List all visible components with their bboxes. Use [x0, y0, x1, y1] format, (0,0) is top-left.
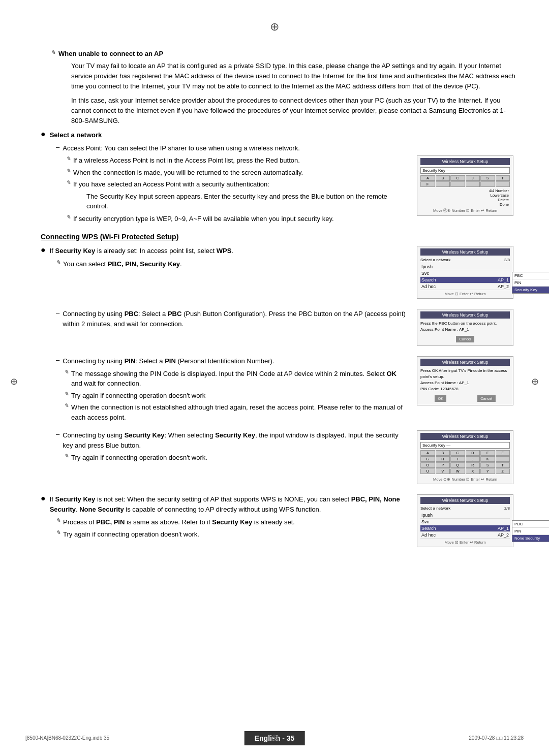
nosec-dropdown: PBC PIN None Security: [512, 520, 549, 542]
ui-box-2-title: Wireless Network Setup: [420, 248, 510, 256]
network6-ipush: Ipush: [420, 512, 510, 519]
pin-note-1: ✎ The message showing the PIN Code is di…: [64, 369, 407, 389]
nosec-text-col: ● If Security Key is not set: When the s…: [30, 494, 407, 541]
key5-A: A: [420, 450, 435, 456]
pin-box-pin: PIN Code: 12345678: [420, 386, 510, 392]
ui-box-4: Wireless Network Setup Press OK After in…: [417, 356, 513, 405]
key5-H: H: [436, 456, 450, 462]
right-compass-icon: ⊕: [531, 376, 539, 387]
key5-B: B: [436, 450, 450, 456]
pin-box-line2: Access Point Name : AP_1: [420, 380, 510, 386]
security-key-text-col: ✎ If a wireless Access Point is not in t…: [56, 155, 407, 226]
sub-sub-3: ✎ If you have selected an Access Point w…: [66, 179, 407, 190]
network-svc: Svc: [420, 270, 510, 277]
key-T: T: [496, 175, 510, 181]
note-sym-11: ✎: [56, 517, 60, 524]
network6-adhoc: Ad hocAP_2: [420, 532, 510, 539]
seckey-text: Connecting by using Security Key: When s…: [63, 430, 407, 450]
ap-note-block: ✎ When unable to connect to an AP Your T…: [51, 49, 518, 126]
dash-pbc: –: [56, 309, 59, 317]
bullet-dot-3: ●: [41, 494, 46, 503]
key-S: S: [480, 175, 495, 181]
key5-T2: T: [496, 462, 510, 468]
pin-sub-item: – Connecting by using PIN: Select a PIN …: [56, 356, 407, 366]
footer-file: [8500-NA]BN68-02322C-Eng.indb 35: [25, 735, 109, 741]
key-blank3: [466, 181, 480, 187]
key5-K: K: [480, 456, 495, 462]
pin-text: Connecting by using PIN: Select a PIN (P…: [63, 356, 274, 366]
network-list-2: Ipush Svc SearchAP_1 Ad hocAP_2 PBC PIN …: [420, 264, 510, 290]
ui-box-1-title: Wireless Network Setup: [420, 158, 510, 165]
nosec-notes: ✎ Process of PBC, PIN is same as above. …: [56, 517, 407, 539]
ui-box-3: Wireless Network Setup Press the PBC but…: [417, 309, 513, 346]
ui-box-3-title: Wireless Network Setup: [420, 311, 510, 319]
sub-sub-2: ✎ When the connection is made, you will …: [66, 168, 407, 178]
key5-blank: [496, 456, 510, 462]
pin-note-3: ✎ When the connection is not established…: [64, 402, 407, 422]
bullet-dot-2: ●: [41, 245, 46, 255]
pbc-text-col: – Connecting by using PBC: Select a PBC …: [30, 309, 407, 332]
pin-note-1-text: The message showing the PIN Code is disp…: [71, 369, 407, 389]
ap-para-2: In this case, ask your Internet service …: [71, 96, 518, 126]
ui-box-1-col: Wireless Network Setup Security Key — A …: [417, 155, 518, 221]
pbc-sub-item: – Connecting by using PBC: Select a PBC …: [56, 309, 407, 329]
key5-O: O: [420, 462, 435, 468]
key5-R: R: [466, 462, 480, 468]
key5-Y: Y: [480, 468, 495, 474]
ui-box-3-content: Press the PBC button on the access point…: [420, 321, 510, 333]
key5-J: J: [466, 456, 480, 462]
pin-box-line1: Press OK After input TV's Pincode in the…: [420, 368, 510, 380]
pin-cancel-btn: Cancel: [477, 395, 495, 402]
seckey-note-1: ✎ Try again if connecting operation does…: [64, 453, 407, 463]
sub-sub-1-text: If a wireless Access Point is not in the…: [73, 155, 300, 166]
ui-box-6-header-count: 2/8: [504, 506, 510, 511]
ui-box-1: Wireless Network Setup Security Key — A …: [417, 155, 513, 216]
pbc-section: – Connecting by using PBC: Select a PBC …: [30, 309, 518, 351]
bottom-compass-symbol: ⊕: [271, 733, 279, 743]
note-sym-10: ✎: [64, 453, 69, 459]
nosec-note-1: ✎ Process of PBC, PIN is same as above. …: [56, 517, 407, 527]
pbc-box-line2: Access Point Name : AP_1: [420, 327, 510, 333]
nosec-note-2-text: Try again if connecting operation doesn'…: [63, 529, 199, 540]
key5-X: X: [466, 468, 480, 474]
wps-note-1: ✎ You can select PBC, PIN, Security Key.: [56, 259, 407, 269]
dropdown-pbc: PBC: [512, 272, 549, 279]
ui-box-6-header: Select a network 2/8: [420, 506, 510, 511]
ui-box-3-col: Wireless Network Setup Press the PBC but…: [417, 309, 518, 351]
ui-box-2-nav: Move ⊡ Enter ↩ Return: [420, 290, 510, 296]
opt-delete: Delete: [420, 198, 509, 202]
key5-V: V: [436, 468, 450, 474]
wps-seckey-text-col: ● If Security Key is already set: In acc…: [30, 246, 407, 272]
wps-bullet-1-text: If Security Key is already set: In acces…: [50, 246, 233, 256]
dropdown-seckey: Security Key: [512, 287, 549, 293]
note-sym-3: ✎: [66, 168, 71, 174]
key-F: F: [420, 181, 435, 187]
ui-box-1-field: Security Key —: [420, 167, 510, 174]
nosec-note-1-text: Process of PBC, PIN is same as above. Re…: [63, 517, 295, 527]
ui-box-2-header: Select a network 3/8: [420, 258, 510, 262]
key5-F: F: [496, 450, 510, 456]
network6-ap1: SearchAP_1: [420, 525, 510, 532]
right-compass-symbol: ⊕: [531, 376, 539, 387]
sub-sub-4-text: If security encryption type is WEP, 0~9,…: [73, 214, 334, 224]
wps-section-heading: Connecting WPS (Wi-Fi Protected Setup): [41, 233, 518, 241]
page-container: ⊕ ✎ When unable to connect to an AP Your…: [0, 0, 549, 756]
pin-ok-btn: OK: [435, 395, 446, 402]
note-sym-2: ✎: [66, 155, 71, 162]
security-key-section: ✎ If a wireless Access Point is not in t…: [56, 155, 518, 226]
ui-box-6: Wireless Network Setup Select a network …: [417, 494, 513, 547]
security-key-detail: The Security Key input screen appears. E…: [86, 192, 407, 211]
ap-note-heading: When unable to connect to an AP: [58, 49, 163, 59]
ui-box-2: Wireless Network Setup Select a network …: [417, 246, 513, 299]
pin-text-col: – Connecting by using PIN: Select a PIN …: [30, 356, 407, 425]
network-adhoc: Ad hocAP_2: [420, 284, 510, 290]
ui-box-5-title: Wireless Network Setup: [420, 433, 510, 440]
seckey-section: – Connecting by using Security Key: When…: [30, 430, 518, 489]
pin-section: – Connecting by using PIN: Select a PIN …: [30, 356, 518, 425]
key5-W: W: [450, 468, 465, 474]
key-blank1: [436, 181, 450, 187]
wps-dropdown: PBC PIN Security Key: [512, 272, 549, 294]
key5-C: C: [450, 450, 465, 456]
seckey-text-col: – Connecting by using Security Key: When…: [30, 430, 407, 466]
ui-box-4-col: Wireless Network Setup Press OK After in…: [417, 356, 518, 411]
